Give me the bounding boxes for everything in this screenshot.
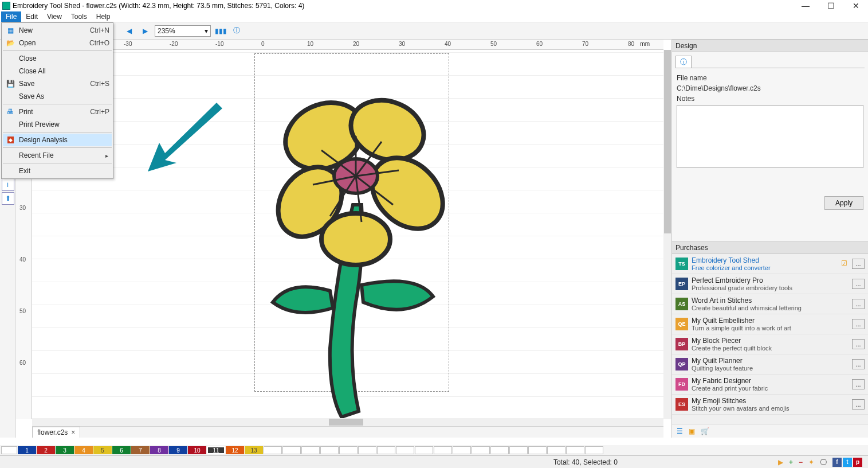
purchase-more-button[interactable]: ... xyxy=(852,399,865,410)
design-panel-header: Design xyxy=(672,40,868,52)
purchase-es[interactable]: ESMy Emoji StitchesStitch your own avata… xyxy=(672,395,868,415)
menu-edit[interactable]: Edit xyxy=(21,11,42,22)
cart-icon[interactable]: 🛒 xyxy=(701,427,709,435)
nav-start-icon[interactable]: ▶ xyxy=(778,458,783,466)
menu-bar: FileEditViewToolsHelp xyxy=(0,11,868,22)
purchase-more-button[interactable]: ... xyxy=(852,379,865,389)
menu-item-new[interactable]: ▦NewCtrl+N xyxy=(3,24,112,37)
scrollbar-horizontal[interactable] xyxy=(32,418,663,426)
status-total: Total: 40, Selected: 0 xyxy=(553,458,618,466)
color-swatch-3[interactable]: 3 xyxy=(56,446,74,454)
purchase-more-button[interactable]: ... xyxy=(852,279,865,289)
color-bar: 12345678910111213 xyxy=(0,445,868,455)
color-swatch-9[interactable]: 9 xyxy=(169,446,187,454)
menu-item-close[interactable]: Close xyxy=(3,52,112,65)
purchase-more-button[interactable]: ... xyxy=(852,299,865,309)
workspace: i ⬆ mm -30-20-1001020304050607080 102030… xyxy=(0,40,868,438)
purchase-more-button[interactable]: ... xyxy=(852,259,865,269)
status-bar: Total: 40, Selected: 0 ▶ + − ✦ 🖵 f t p xyxy=(0,455,868,468)
menu-tools[interactable]: Tools xyxy=(66,11,92,22)
purchase-ts[interactable]: TSEmbroidery Tool ShedFree colorizer and… xyxy=(672,254,868,274)
ruler-horizontal: mm -30-20-1001020304050607080 xyxy=(32,40,663,50)
apply-button[interactable]: Apply xyxy=(824,196,863,210)
menu-item-save-as[interactable]: Save As xyxy=(3,90,112,103)
canvas-area: mm -30-20-1001020304050607080 1020304050… xyxy=(16,40,671,438)
file-menu-dropdown: ▦NewCtrl+N📂OpenCtrl+OCloseClose All💾Save… xyxy=(1,22,113,179)
menu-help[interactable]: Help xyxy=(92,11,115,22)
tool-icon[interactable]: ✦ xyxy=(808,458,814,466)
filename-value: C:\Dime\Designs\flower.c2s xyxy=(677,84,863,92)
purchase-more-button[interactable]: ... xyxy=(852,319,865,329)
window-title: Embroidery Tool Shed - flower.c2s (Width… xyxy=(13,2,798,10)
color-swatch-4[interactable]: 4 xyxy=(74,446,93,454)
maximize-button[interactable]: ☐ xyxy=(823,1,838,10)
facebook-icon[interactable]: f xyxy=(832,458,842,467)
notes-label: Notes xyxy=(677,95,863,103)
purchase-more-button[interactable]: ... xyxy=(852,359,865,369)
color-swatch-6[interactable]: 6 xyxy=(112,446,131,454)
color-swatch-13[interactable]: 13 xyxy=(245,446,263,454)
menu-item-save[interactable]: 💾SaveCtrl+S xyxy=(3,77,112,90)
color-swatch-7[interactable]: 7 xyxy=(131,446,150,454)
menu-item-exit[interactable]: Exit xyxy=(3,165,112,177)
info-button[interactable]: ⓘ xyxy=(230,25,243,37)
remove-icon[interactable]: − xyxy=(799,458,803,466)
monitor-icon[interactable]: 🖵 xyxy=(820,458,827,466)
scrollbar-vertical[interactable] xyxy=(663,50,671,419)
color-swatch-2[interactable]: 2 xyxy=(37,446,55,454)
menu-item-open[interactable]: 📂OpenCtrl+O xyxy=(3,37,112,49)
purchases-panel: TSEmbroidery Tool ShedFree colorizer and… xyxy=(672,254,868,424)
document-tab[interactable]: flower.c2s × xyxy=(32,427,80,438)
purchase-as[interactable]: ASWord Art in StitchesCreate beautiful a… xyxy=(672,294,868,314)
purchase-qp[interactable]: QPMy Quilt PlannerQuilting layout featur… xyxy=(672,354,868,375)
color-swatch-5[interactable]: 5 xyxy=(93,446,112,454)
next-button[interactable]: ▶ xyxy=(139,25,151,37)
app-icon xyxy=(2,2,10,10)
slideshow-button[interactable]: ▮▮▮ xyxy=(214,25,227,37)
zoom-select[interactable]: 235% ▾ xyxy=(155,25,211,37)
twitter-icon[interactable]: t xyxy=(843,458,852,467)
ruler-unit: mm xyxy=(640,41,650,47)
purchase-bp[interactable]: BPMy Block PiecerCreate the perfect quil… xyxy=(672,334,868,354)
color-swatch-10[interactable]: 10 xyxy=(188,446,206,454)
purchases-panel-header: Purchases xyxy=(672,241,868,254)
design-panel: ⓘ File name C:\Dime\Designs\flower.c2s N… xyxy=(672,52,868,241)
info-tool[interactable]: i xyxy=(2,178,14,191)
notes-input[interactable] xyxy=(677,105,863,168)
pinterest-icon[interactable]: p xyxy=(853,458,862,467)
color-swatch-8[interactable]: 8 xyxy=(150,446,168,454)
purchase-qe[interactable]: QEMy Quilt EmbellisherTurn a simple quil… xyxy=(672,314,868,334)
menu-item-close-all[interactable]: Close All xyxy=(3,65,112,77)
prev-button[interactable]: ◀ xyxy=(123,25,135,37)
add-icon[interactable]: + xyxy=(789,458,793,466)
title-bar: Embroidery Tool Shed - flower.c2s (Width… xyxy=(0,0,868,11)
menu-item-print-preview[interactable]: Print Preview xyxy=(3,118,112,131)
menu-item-design-analysis[interactable]: ◆Design Analysis xyxy=(3,134,112,146)
card-view-icon[interactable]: ▣ xyxy=(689,427,695,435)
toolbar: ▦ 📂 💾 ↶ ↷ 📋 ◀ ▶ 235% ▾ ▮▮▮ ⓘ xyxy=(0,22,868,40)
design-canvas[interactable] xyxy=(32,50,663,419)
right-panel: Design ⓘ File name C:\Dime\Designs\flowe… xyxy=(671,40,868,438)
color-swatch-11[interactable]: 11 xyxy=(207,446,225,454)
purchases-bottom-bar: ☰ ▣ 🛒 xyxy=(672,424,868,438)
menu-item-recent-file[interactable]: Recent File▸ xyxy=(3,149,112,162)
embroidery-design[interactable] xyxy=(256,73,456,423)
color-swatch-12[interactable]: 12 xyxy=(226,446,244,454)
purchase-more-button[interactable]: ... xyxy=(852,339,865,349)
color-swatch-1[interactable]: 1 xyxy=(18,446,36,454)
close-button[interactable]: ✕ xyxy=(849,1,863,10)
menu-item-print[interactable]: 🖶PrintCtrl+P xyxy=(3,106,112,118)
purchase-fd[interactable]: FDMy Fabric DesignerCreate and print you… xyxy=(672,375,868,395)
export-tool[interactable]: ⬆ xyxy=(2,192,14,205)
minimize-button[interactable]: — xyxy=(798,1,813,10)
zoom-value: 235% xyxy=(158,27,175,35)
info-tab[interactable]: ⓘ xyxy=(675,56,692,68)
close-tab-icon[interactable]: × xyxy=(71,428,75,436)
document-tab-label: flower.c2s xyxy=(37,428,68,436)
list-view-icon[interactable]: ☰ xyxy=(677,427,683,435)
menu-view[interactable]: View xyxy=(42,11,66,22)
svg-point-4 xyxy=(321,213,390,265)
menu-file[interactable]: File xyxy=(1,11,21,22)
document-tabs: flower.c2s × xyxy=(32,426,663,438)
purchase-ep[interactable]: EPPerfect Embroidery ProProfessional gra… xyxy=(672,274,868,294)
